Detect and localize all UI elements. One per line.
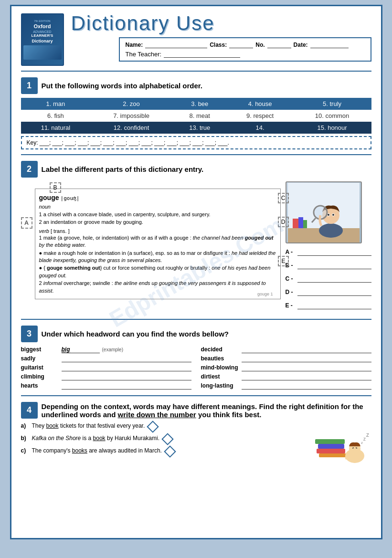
s3-item: biggest big (example) xyxy=(21,346,191,353)
s3-item: beauties xyxy=(201,355,371,362)
s4-item-a: a) They book tickets for that festival e… xyxy=(21,422,305,431)
label-a: A xyxy=(21,217,32,229)
s4-item-c: c) The company's books are always audite… xyxy=(21,447,305,456)
svg-line-22 xyxy=(356,448,357,448)
entry-def2: 2 an indentation or groove made by gougi… xyxy=(39,219,276,226)
svg-rect-4 xyxy=(303,220,307,228)
date-field[interactable] xyxy=(310,41,349,48)
page-title: Dictionary Use xyxy=(71,13,371,33)
section2-instruction: Label the different parts of this dictio… xyxy=(42,165,204,173)
s3-item: dirtiest xyxy=(201,373,371,380)
svg-rect-18 xyxy=(319,453,347,457)
svg-text:z: z xyxy=(366,432,369,438)
no-field[interactable] xyxy=(267,41,291,48)
book-advanced: ADVANCED xyxy=(33,30,51,33)
svg-point-10 xyxy=(332,214,334,216)
answer-line-d: D - xyxy=(286,288,371,296)
entry-bullet2: ● { gouge something out} cut or force so… xyxy=(39,264,276,279)
section4-text: a) They book tickets for that festival e… xyxy=(21,422,305,477)
section3-grid: biggest big (example) sadly guitarist cl… xyxy=(21,346,371,391)
class-field[interactable] xyxy=(229,41,253,48)
gouge-label: gouge 1 xyxy=(257,292,273,296)
word-cell: 14. xyxy=(227,122,293,134)
word-cell: 2. zoo xyxy=(90,98,172,110)
s4-item-b: b) Kafka on the Shore is a book by Haruk… xyxy=(21,435,305,443)
section3-right: decided beauties mind-blowing dirtiest l… xyxy=(201,346,371,391)
books-sleeping-svg: z z z xyxy=(309,422,371,475)
word-cell: 7. impossible xyxy=(90,110,172,122)
entry-verb-def1: 1 make (a groove, hole, or indentation) … xyxy=(39,234,276,249)
svg-point-9 xyxy=(328,214,329,216)
book-dictionary: Dictionary xyxy=(32,39,53,43)
section1-number: 1 xyxy=(21,77,38,94)
entry-bullet1: ● make a rough hole or indentation in (a… xyxy=(39,250,276,264)
dict-entry: B C D E gouge |gouʤ| noun 1 a chisel wit… xyxy=(35,189,281,299)
word-cell: 15. honour xyxy=(293,122,371,134)
svg-rect-2 xyxy=(293,219,298,228)
photo-area xyxy=(286,181,357,243)
entry-verb-pos: verb [ trans. ] xyxy=(39,228,276,234)
entry-headword: gouge |gouʤ| xyxy=(39,193,276,203)
section4-header: 4 Depending on the context, words may ha… xyxy=(21,402,371,419)
girl-with-magnifier-svg xyxy=(288,183,360,242)
word: man xyxy=(53,100,65,107)
section4-number: 4 xyxy=(21,402,38,419)
teacher-label: The Teacher: xyxy=(126,51,162,58)
svg-point-5 xyxy=(319,223,343,238)
word-cell: 1. man xyxy=(21,98,91,110)
answer-diamond-b[interactable] xyxy=(161,433,173,445)
section3-instruction: Under which headword can you find the wo… xyxy=(42,330,229,338)
svg-rect-17 xyxy=(315,439,345,444)
word-cell: 11. natural xyxy=(21,122,91,134)
name-label: Name: xyxy=(126,42,143,48)
word-cell: 5. truly xyxy=(293,98,371,110)
word-cell: 6. fish xyxy=(21,110,91,122)
section3-number: 3 xyxy=(21,326,38,342)
answer-line-e: E - xyxy=(286,302,371,309)
s3-item: hearts xyxy=(21,382,191,390)
header: 7th EDITION Oxford ADVANCED LEARNER'S Di… xyxy=(21,13,371,66)
num: 1. xyxy=(46,100,52,107)
svg-rect-16 xyxy=(318,444,344,449)
word-table: 1. man 2. zoo 3. bee 4. house 5. truly 6… xyxy=(21,98,371,134)
label-b: B xyxy=(50,182,61,193)
answer-line-c: C - xyxy=(286,275,371,283)
book-learners: LEARNER'S xyxy=(32,33,53,38)
book-cover: 7th EDITION Oxford ADVANCED LEARNER'S Di… xyxy=(21,13,64,66)
form-line-1: Name: Class: No. Date: xyxy=(126,41,365,48)
entry-pos: noun xyxy=(39,203,276,211)
word-cell: 9. respect xyxy=(227,110,293,122)
section4-content: a) They book tickets for that festival e… xyxy=(21,422,371,477)
title-area: Dictionary Use Name: Class: No. Date: Th… xyxy=(64,13,371,65)
section2-header: 2 Label the different parts of this dict… xyxy=(21,161,371,178)
answer-line-a: A - xyxy=(286,248,371,256)
teacher-field[interactable] xyxy=(164,50,240,58)
word-cell: 3. bee xyxy=(172,98,227,110)
section2-number: 2 xyxy=(21,161,38,178)
s3-item: climbing xyxy=(21,373,191,380)
answer-diamond-a[interactable] xyxy=(147,421,159,432)
s3-item: decided xyxy=(201,346,371,353)
svg-text:z: z xyxy=(361,441,363,445)
word-cell: 4. house xyxy=(227,98,293,110)
word-cell: 8. meat xyxy=(172,110,227,122)
answer-lines: A - B - C - D - E - xyxy=(286,248,371,315)
s3-item: mind-blowing xyxy=(201,364,371,371)
form-box: Name: Class: No. Date: The Teacher: xyxy=(119,37,371,62)
book-oxford: Oxford xyxy=(33,23,51,30)
word-cell: 12. confident xyxy=(90,122,172,134)
teacher-line: The Teacher: xyxy=(126,50,365,58)
key-label: Key: xyxy=(27,139,38,146)
svg-line-21 xyxy=(352,448,354,448)
entry-def1: 1 a chisel with a concave blade, used in… xyxy=(39,211,276,218)
section3-header: 3 Under which headword can you find the … xyxy=(21,326,371,342)
s3-item: long-lasting xyxy=(201,382,371,390)
section4-instruction: Depending on the context, words may have… xyxy=(42,402,371,419)
label-c: C xyxy=(278,193,289,203)
no-label: No. xyxy=(255,42,265,48)
word-cell: 13. true xyxy=(172,122,227,134)
answer-line-b: B - xyxy=(286,262,371,269)
class-label: Class: xyxy=(210,42,227,48)
name-field[interactable] xyxy=(145,41,207,48)
answer-diamond-c[interactable] xyxy=(164,445,176,457)
